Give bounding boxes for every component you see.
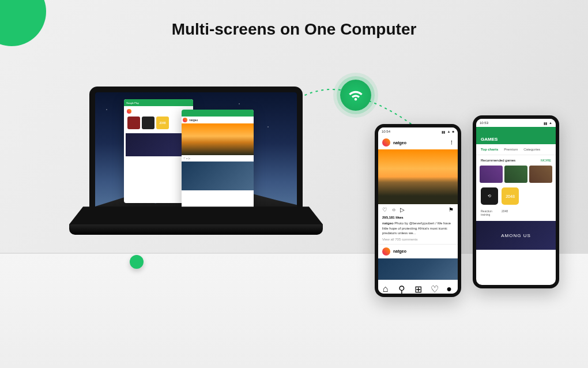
mirrored-window-instagram: natgeo ♡ ○ ▷ — [182, 110, 254, 222]
phone-playstore: 10:53 ▮▮▲ GAMES Top charts Premium Categ… — [473, 115, 559, 288]
page-title: Multi-screens on One Computer — [0, 20, 588, 39]
wifi-icon — [340, 80, 371, 111]
post-username[interactable]: natgeo — [393, 141, 406, 145]
app-icon-2048[interactable]: 2048 — [502, 187, 519, 205]
nav-home-icon[interactable]: ⌂ — [383, 284, 390, 291]
status-time: 10:53 — [480, 121, 488, 125]
app-label: Reaction training — [481, 209, 498, 216]
game-card[interactable] — [504, 166, 527, 183]
laptop-device: Google Play 2048 natgeo — [69, 87, 323, 277]
more-icon[interactable]: ⋮ — [450, 140, 454, 145]
status-bar: 10:54 ▮▮▲■ — [378, 127, 458, 136]
post-caption: natgeo Photo by @beverlyjoubert / We hav… — [382, 221, 454, 235]
avatar-icon — [382, 138, 390, 147]
bottom-nav: ⌂ ⚲ ⊞ ♡ ● — [378, 280, 458, 294]
app-label: 2048 — [502, 209, 519, 216]
status-bar: 10:53 ▮▮▲ — [476, 119, 556, 127]
games-header: GAMES — [476, 127, 556, 144]
comment-icon[interactable]: ○ — [392, 206, 395, 213]
post-image-sunset[interactable] — [378, 149, 458, 204]
game-cards-row — [476, 166, 556, 183]
nav-add-icon[interactable]: ⊞ — [414, 284, 421, 291]
window-title: Google Play — [126, 102, 139, 104]
nav-activity-icon[interactable]: ♡ — [431, 284, 438, 291]
view-comments-link[interactable]: View all 705 comments — [382, 237, 454, 242]
post-actions: ♡ ○ ▷ ⚑ — [378, 204, 458, 215]
phone-instagram: 10:54 ▮▮▲■ natgeo ⋮ ♡ ○ ▷ ⚑ 295,181 like… — [375, 124, 461, 297]
game-card[interactable] — [480, 166, 503, 183]
post-header[interactable]: natgeo ⋮ — [378, 136, 458, 149]
post-image — [182, 123, 254, 155]
among-us-banner[interactable]: AMONG US — [476, 221, 556, 250]
send-icon[interactable]: ▷ — [400, 206, 405, 213]
avatar-icon — [183, 118, 187, 122]
post-header-2[interactable]: natgeo — [378, 244, 458, 258]
tab-premium[interactable]: Premium — [504, 148, 518, 151]
window-header — [182, 110, 254, 117]
laptop-screen: Google Play 2048 natgeo — [89, 87, 303, 225]
likes-count[interactable]: 295,181 likes — [382, 215, 454, 220]
like-icon[interactable]: ♡ — [382, 206, 387, 213]
app-icon-reaction[interactable]: ⟲ — [481, 187, 498, 205]
bookmark-icon[interactable]: ⚑ — [448, 206, 454, 213]
avatar-icon — [382, 247, 390, 256]
nav-search-icon[interactable]: ⚲ — [398, 284, 405, 291]
decorative-dot — [130, 255, 144, 269]
status-time: 10:54 — [382, 130, 390, 133]
tabs-row: Top charts Premium Categories — [476, 144, 556, 155]
tab-top-charts[interactable]: Top charts — [481, 148, 498, 151]
username: natgeo — [189, 118, 198, 122]
game-card[interactable] — [529, 166, 552, 183]
section-title: Recommended games — [481, 159, 515, 162]
window-header: Google Play — [124, 99, 193, 106]
nav-profile-icon[interactable]: ● — [446, 284, 453, 291]
tab-categories[interactable]: Categories — [523, 148, 540, 151]
post-username[interactable]: natgeo — [393, 249, 406, 253]
more-link[interactable]: MORE — [541, 159, 551, 162]
phones-group: 10:53 ▮▮▲ GAMES Top charts Premium Categ… — [375, 115, 559, 300]
